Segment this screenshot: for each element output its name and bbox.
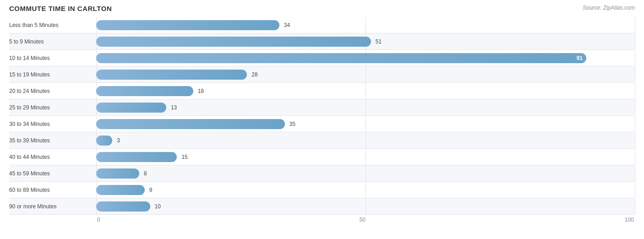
bar-value: 3 [117, 137, 120, 144]
bar-fill: 3 [96, 136, 112, 146]
bar-label: 45 to 59 Minutes [9, 170, 96, 177]
bar-row: 25 to 29 Minutes13 [9, 99, 635, 116]
bar-fill: 8 [96, 168, 139, 179]
axis-labels: 050100 [96, 217, 635, 223]
bar-row: 90 or more Minutes10 [9, 198, 635, 215]
bar-label: 20 to 24 Minutes [9, 88, 96, 94]
bar-label: Less than 5 Minutes [9, 22, 96, 28]
bar-label: 90 or more Minutes [9, 203, 96, 210]
bar-value: 28 [251, 71, 257, 78]
bar-value: 91 [577, 55, 583, 61]
bar-row: 30 to 34 Minutes35 [9, 116, 635, 132]
source-text: Source: ZipAtlas.com [583, 5, 635, 11]
bar-label: 60 to 89 Minutes [9, 187, 96, 193]
bar-fill: 18 [96, 86, 193, 96]
bar-fill: 28 [96, 70, 247, 80]
bar-label: 10 to 14 Minutes [9, 55, 96, 61]
bar-row: 10 to 14 Minutes91 [9, 50, 635, 66]
bar-row: 15 to 19 Minutes28 [9, 66, 635, 83]
bar-label: 5 to 9 Minutes [9, 38, 96, 45]
axis-label: 0 [97, 217, 100, 223]
bar-label: 35 to 39 Minutes [9, 137, 96, 144]
bar-fill: 35 [96, 119, 285, 129]
bar-row: 20 to 24 Minutes18 [9, 83, 635, 99]
bar-value: 8 [144, 170, 147, 177]
axis-row: 050100 [9, 217, 635, 223]
bar-row: 40 to 44 Minutes15 [9, 149, 635, 165]
bar-value: 10 [155, 203, 161, 210]
bar-row: 35 to 39 Minutes3 [9, 132, 635, 149]
bar-value: 15 [181, 154, 187, 160]
bar-value: 35 [289, 121, 295, 127]
bar-row: Less than 5 Minutes34 [9, 17, 635, 33]
bar-value: 13 [171, 104, 177, 111]
bar-row: 5 to 9 Minutes51 [9, 33, 635, 50]
bar-fill: 51 [96, 37, 371, 47]
bar-value: 34 [284, 22, 290, 28]
bar-label: 40 to 44 Minutes [9, 154, 96, 160]
bar-fill: 91 [96, 53, 586, 63]
chart-title: COMMUTE TIME IN CARLTON [9, 5, 112, 12]
bar-label: 25 to 29 Minutes [9, 104, 96, 111]
axis-label: 100 [625, 217, 634, 223]
bar-fill: 34 [96, 20, 279, 30]
bar-value: 51 [376, 38, 382, 45]
axis-label: 50 [360, 217, 366, 223]
bar-row: 60 to 89 Minutes9 [9, 182, 635, 198]
bar-fill: 13 [96, 103, 166, 113]
bar-value: 9 [149, 187, 153, 193]
bar-row: 45 to 59 Minutes8 [9, 165, 635, 182]
bar-fill: 9 [96, 185, 145, 195]
bar-label: 15 to 19 Minutes [9, 71, 96, 78]
bar-fill: 15 [96, 152, 177, 162]
bar-label: 30 to 34 Minutes [9, 121, 96, 127]
bar-fill: 10 [96, 201, 150, 212]
chart-area: Less than 5 Minutes345 to 9 Minutes5110 … [9, 17, 635, 215]
bar-value: 18 [198, 88, 204, 94]
